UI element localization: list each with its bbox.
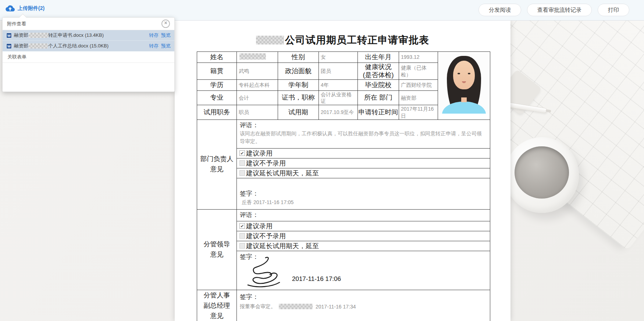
- field-label: 学历: [197, 80, 237, 91]
- signer-text: 报董事会审定。2017-11-16 17:34: [240, 303, 487, 310]
- sign-label: 签字：: [240, 293, 487, 301]
- checkbox-label: 建议不予录用: [246, 159, 286, 168]
- id-photo: [440, 53, 488, 114]
- field-label: 毕业院校: [358, 80, 399, 91]
- field-label: 籍贯: [197, 63, 237, 80]
- field-label: 所在 部门: [358, 91, 399, 105]
- field-value: [237, 52, 278, 63]
- photo-neck: [461, 97, 467, 102]
- field-value: 融资部: [399, 91, 438, 105]
- redacted-company-name: [256, 36, 284, 44]
- sign-note: 报董事会审定。: [240, 303, 276, 310]
- panel-empty-area: [3, 63, 174, 92]
- handwritten-signature: [243, 256, 288, 289]
- save-as-link[interactable]: 转存: [149, 32, 159, 39]
- field-value: 女: [319, 52, 358, 63]
- field-label: 学年制: [278, 80, 319, 91]
- photo-eyes: [458, 73, 470, 75]
- field-value: 会计从业资格证: [319, 91, 358, 105]
- attachment-panel: 附件查看 × W 融资部转正申请书.docx (13.4KB) 转存 预览 W …: [2, 17, 175, 92]
- checkbox: [239, 243, 245, 249]
- file-actions: 转存 预览: [149, 43, 174, 49]
- file-name-prefix: 融资部: [14, 43, 28, 49]
- field-label: 试用期: [278, 105, 319, 120]
- field-value: 会计: [237, 91, 278, 105]
- checkbox: [239, 233, 245, 239]
- option-row: 建议录用: [237, 149, 490, 158]
- field-label: 专业: [197, 91, 237, 105]
- checkbox-label: 建议不予录用: [246, 232, 286, 240]
- word-doc-icon: W: [6, 43, 12, 49]
- panel-header: 附件查看 ×: [3, 18, 174, 30]
- save-as-link[interactable]: 转存: [149, 43, 159, 49]
- sign-time: 2017-11-16 17:06: [292, 275, 341, 283]
- field-label: 申请转正时间: [358, 105, 399, 120]
- comment-text: 该同志在融资部试用期间，工作积极认真，可以胜任融资部办事专员这一职位，拟同意转正…: [240, 130, 484, 145]
- field-value: 健康（已体检）: [399, 63, 438, 80]
- option-row: 建议延长试用期天，延至: [237, 241, 490, 251]
- field-value: 广西财经学院: [399, 80, 438, 91]
- field-value: 专科起点本科: [237, 80, 278, 91]
- related-forms-label: 关联表单: [3, 51, 174, 63]
- option-row: 建议延长试用期天，延至: [237, 168, 490, 178]
- preview-link[interactable]: 预览: [161, 43, 171, 49]
- photo-shirt: [442, 101, 486, 114]
- checkbox: [239, 170, 245, 176]
- checkbox-label: 建议延长试用期天，延至: [246, 242, 319, 250]
- field-label: 姓名: [197, 52, 237, 63]
- checkbox-label: 建议延长试用期天，延至: [246, 169, 319, 178]
- option-row: 建议录用: [237, 221, 490, 231]
- signer-text: 丘香 2017-11-16 17:05: [240, 199, 487, 206]
- photo-face: [453, 61, 474, 90]
- checkbox: [239, 160, 245, 166]
- field-value: 2017年11月16日: [399, 105, 438, 120]
- redacted-file-name-part: [29, 33, 48, 38]
- distribute-read-button[interactable]: 分发阅读: [478, 4, 521, 16]
- panel-title: 附件查看: [7, 21, 26, 27]
- section-content: 评语： 该同志在融资部试用期间，工作积极认真，可以胜任融资部办事专员这一职位，拟…: [237, 120, 490, 209]
- print-button[interactable]: 打印: [598, 4, 629, 16]
- section-content: 评语： 建议录用 建议不予录用 建议延长试用期天，延至 签字：: [237, 209, 490, 290]
- view-approval-flow-button[interactable]: 查看审批流转记录: [527, 4, 592, 16]
- coffee-surface: [515, 146, 569, 199]
- preview-link[interactable]: 预览: [161, 32, 171, 39]
- section-content: 签字： 报董事会审定。2017-11-16 17:34: [237, 290, 490, 321]
- sign-label: 签字：: [240, 189, 487, 198]
- file-name: 融资部转正申请书.docx (13.4KB): [14, 32, 104, 39]
- field-label: 性别: [278, 52, 319, 63]
- option-row: 建议不予录用: [237, 158, 490, 168]
- redacted-file-name-part: [29, 43, 48, 49]
- checkbox-label: 建议录用: [246, 222, 273, 231]
- svg-text:W: W: [7, 33, 11, 38]
- sign-block: 签字： 2017-11-16 17:06: [237, 251, 490, 290]
- document-page: 公司试用期员工转正申请审批表 姓名 性别 女 出生年月 1993.12: [175, 20, 510, 321]
- field-value: 2017.10.9至今: [319, 105, 358, 120]
- comment-label: 评语：: [240, 211, 487, 219]
- form-title-text: 公司试用期员工转正申请审批表: [285, 35, 429, 46]
- checkbox: [239, 150, 245, 156]
- file-name: 融资部个人工作总结.docx (15.0KB): [14, 43, 108, 49]
- field-label: 政治面貌: [278, 63, 319, 80]
- field-label: 试用职务: [197, 105, 237, 120]
- file-row[interactable]: W 融资部转正申请书.docx (13.4KB) 转存 预览: [3, 30, 174, 41]
- file-row[interactable]: W 融资部个人工作总结.docx (15.0KB) 转存 预览: [3, 41, 174, 51]
- field-value: 武鸣: [237, 63, 278, 80]
- file-name-prefix: 融资部: [14, 32, 28, 39]
- file-name-suffix: 个人工作总结.docx (15.0KB): [48, 43, 108, 49]
- id-photo-cell: [438, 52, 490, 120]
- sign-time: 2017-11-16 17:34: [316, 304, 356, 310]
- svg-text:W: W: [7, 44, 11, 48]
- checkbox-label: 建议录用: [246, 149, 273, 158]
- close-icon[interactable]: ×: [161, 19, 170, 28]
- sign-block: 签字： 丘香 2017-11-16 17:05: [237, 178, 490, 209]
- field-label: 证书，职称: [278, 91, 319, 105]
- field-value: 4年: [319, 80, 358, 91]
- upload-attachments-button[interactable]: 上传附件(2): [5, 5, 45, 12]
- word-doc-icon: W: [6, 33, 12, 38]
- section-label-leader: 分管领导 意见: [197, 209, 237, 290]
- comment-block: 评语：: [237, 210, 490, 221]
- photo-mouth: [462, 81, 466, 83]
- form-title: 公司试用期员工转正申请审批表: [175, 33, 510, 47]
- field-label: 出生年月: [358, 52, 399, 63]
- section-label-dept-head: 部门负责人 意见: [197, 120, 237, 209]
